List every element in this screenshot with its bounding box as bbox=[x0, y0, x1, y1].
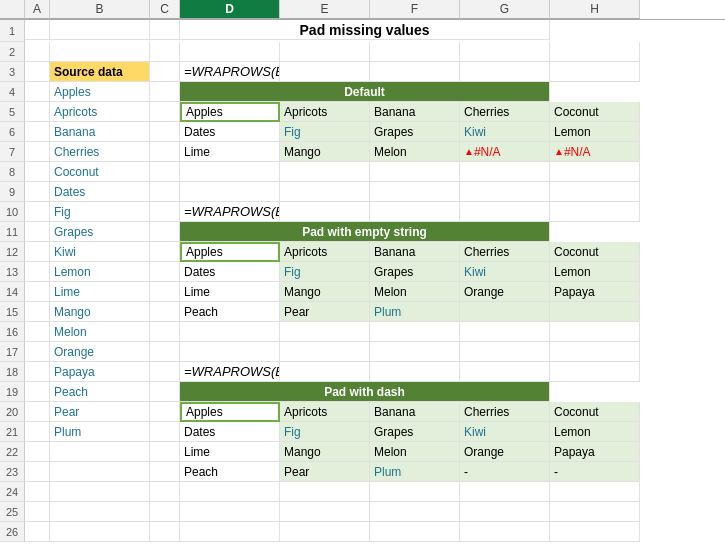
t3r1c3: Banana bbox=[370, 402, 460, 422]
fruit-b10: Fig bbox=[50, 202, 150, 222]
fruit-b5: Apricots bbox=[50, 102, 150, 122]
fruit-b20: Pear bbox=[50, 402, 150, 422]
row-23: 23 Peach Pear Plum - - bbox=[0, 462, 725, 482]
col-header-f[interactable]: F bbox=[370, 0, 460, 19]
rows-container: 1 Pad missing values 2 3 Source data =WR… bbox=[0, 20, 725, 554]
row-26: 26 bbox=[0, 522, 725, 542]
t1r2c4: Kiwi bbox=[460, 122, 550, 142]
t3r2c5: Lemon bbox=[550, 422, 640, 442]
t2r4c1: Peach bbox=[180, 302, 280, 322]
table3-header: Pad with dash bbox=[180, 382, 550, 402]
t2r3c1: Lime bbox=[180, 282, 280, 302]
t2r4c4 bbox=[460, 302, 550, 322]
t3r4c3: Plum bbox=[370, 462, 460, 482]
t2r1c2: Apricots bbox=[280, 242, 370, 262]
table1-header: Default bbox=[180, 82, 550, 102]
t3r3c5: Papaya bbox=[550, 442, 640, 462]
row-7: 7 Cherries Lime Mango Melon ▲#N/A ▲#N/A bbox=[0, 142, 725, 162]
row-3: 3 Source data =WRAPROWS(B4:B21, 5) bbox=[0, 62, 725, 82]
t3r4c4: - bbox=[460, 462, 550, 482]
col-header-g[interactable]: G bbox=[460, 0, 550, 19]
t2r2c5: Lemon bbox=[550, 262, 640, 282]
fruit-b17: Orange bbox=[50, 342, 150, 362]
row-12: 12 Kiwi Apples Apricots Banana Cherries … bbox=[0, 242, 725, 262]
row-15: 15 Mango Peach Pear Plum bbox=[0, 302, 725, 322]
row-13: 13 Lemon Dates Fig Grapes Kiwi Lemon bbox=[0, 262, 725, 282]
t3r1c1: Apples bbox=[180, 402, 280, 422]
t3r3c4: Orange bbox=[460, 442, 550, 462]
fruit-b8: Coconut bbox=[50, 162, 150, 182]
t3r4c2: Pear bbox=[280, 462, 370, 482]
row-4: 4 Apples Default bbox=[0, 82, 725, 102]
t2r2c3: Grapes bbox=[370, 262, 460, 282]
t3r3c2: Mango bbox=[280, 442, 370, 462]
t2r1c4: Cherries bbox=[460, 242, 550, 262]
fruit-b6: Banana bbox=[50, 122, 150, 142]
cell-c1[interactable] bbox=[150, 20, 180, 40]
formula-3: =WRAPROWS(B4:B21, 5, "-") bbox=[180, 362, 280, 382]
t3r3c3: Melon bbox=[370, 442, 460, 462]
col-header-b[interactable]: B bbox=[50, 0, 150, 19]
t2r1c5: Coconut bbox=[550, 242, 640, 262]
t1r3c2: Mango bbox=[280, 142, 370, 162]
t1r3c5: ▲#N/A bbox=[550, 142, 640, 162]
fruit-b18: Papaya bbox=[50, 362, 150, 382]
t3r2c4: Kiwi bbox=[460, 422, 550, 442]
t2r3c2: Mango bbox=[280, 282, 370, 302]
col-header-a[interactable]: A bbox=[25, 0, 50, 19]
t2r2c1: Dates bbox=[180, 262, 280, 282]
t3r1c2: Apricots bbox=[280, 402, 370, 422]
row-16: 16 Melon bbox=[0, 322, 725, 342]
row-10: 10 Fig =WRAPROWS(B4:B21, 5, "") bbox=[0, 202, 725, 222]
col-header-h[interactable]: H bbox=[550, 0, 640, 19]
t1r1c4: Cherries bbox=[460, 102, 550, 122]
t2r2c4: Kiwi bbox=[460, 262, 550, 282]
t2r3c5: Papaya bbox=[550, 282, 640, 302]
fruit-b9: Dates bbox=[50, 182, 150, 202]
cell-a1[interactable] bbox=[25, 20, 50, 40]
table2-header: Pad with empty string bbox=[180, 222, 550, 242]
row-8: 8 Coconut bbox=[0, 162, 725, 182]
t2r1c3: Banana bbox=[370, 242, 460, 262]
row-11: 11 Grapes Pad with empty string bbox=[0, 222, 725, 242]
row-24: 24 bbox=[0, 482, 725, 502]
fruit-b14: Lime bbox=[50, 282, 150, 302]
fruit-b13: Lemon bbox=[50, 262, 150, 282]
cell-b1[interactable] bbox=[50, 20, 150, 40]
t3r3c1: Lime bbox=[180, 442, 280, 462]
t2r3c3: Melon bbox=[370, 282, 460, 302]
row-5: 5 Apricots Apples Apricots Banana Cherri… bbox=[0, 102, 725, 122]
fruit-b4: Apples bbox=[50, 82, 150, 102]
t2r1c1: Apples bbox=[180, 242, 280, 262]
t2r4c5 bbox=[550, 302, 640, 322]
row-9: 9 Dates bbox=[0, 182, 725, 202]
fruit-b19: Peach bbox=[50, 382, 150, 402]
row-19: 19 Peach Pad with dash bbox=[0, 382, 725, 402]
t1r1c5: Coconut bbox=[550, 102, 640, 122]
formula-1: =WRAPROWS(B4:B21, 5) bbox=[180, 62, 280, 82]
t2r3c4: Orange bbox=[460, 282, 550, 302]
column-headers: A B C D E F G H bbox=[0, 0, 725, 20]
t3r2c2: Fig bbox=[280, 422, 370, 442]
formula-2: =WRAPROWS(B4:B21, 5, "") bbox=[180, 202, 280, 222]
row-18: 18 Papaya =WRAPROWS(B4:B21, 5, "-") bbox=[0, 362, 725, 382]
t1r3c1: Lime bbox=[180, 142, 280, 162]
row-6: 6 Banana Dates Fig Grapes Kiwi Lemon bbox=[0, 122, 725, 142]
row-1: 1 Pad missing values bbox=[0, 20, 725, 42]
col-header-e[interactable]: E bbox=[280, 0, 370, 19]
t1r2c5: Lemon bbox=[550, 122, 640, 142]
t2r2c2: Fig bbox=[280, 262, 370, 282]
t2r4c2: Pear bbox=[280, 302, 370, 322]
t3r1c5: Coconut bbox=[550, 402, 640, 422]
spreadsheet: A B C D E F G H 1 Pad missing values 2 bbox=[0, 0, 725, 554]
row-20: 20 Pear Apples Apricots Banana Cherries … bbox=[0, 402, 725, 422]
col-header-c[interactable]: C bbox=[150, 0, 180, 19]
t3r1c4: Cherries bbox=[460, 402, 550, 422]
col-header-d[interactable]: D bbox=[180, 0, 280, 19]
row-22: 22 Lime Mango Melon Orange Papaya bbox=[0, 442, 725, 462]
t1r2c3: Grapes bbox=[370, 122, 460, 142]
title-cell: Pad missing values bbox=[180, 20, 550, 40]
row-14: 14 Lime Lime Mango Melon Orange Papaya bbox=[0, 282, 725, 302]
t3r4c5: - bbox=[550, 462, 640, 482]
fruit-b7: Cherries bbox=[50, 142, 150, 162]
